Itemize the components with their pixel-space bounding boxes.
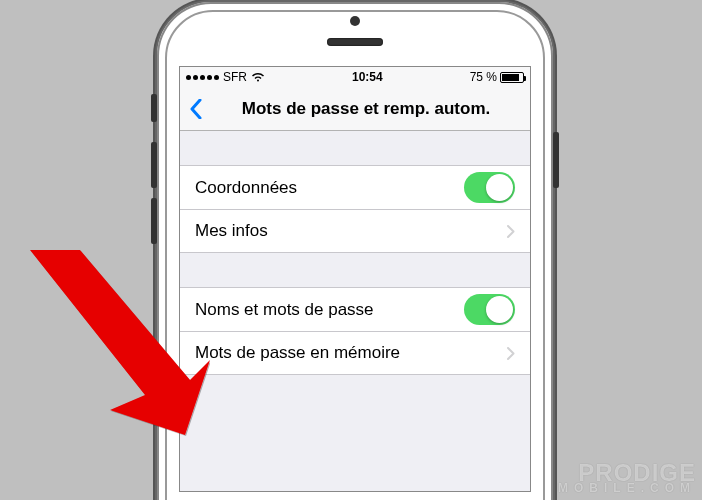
signal-strength-icon [186, 75, 219, 80]
status-bar: SFR 10:54 75 % [180, 67, 530, 87]
clock-label: 10:54 [265, 70, 470, 84]
toggle-coordonnees[interactable] [464, 172, 515, 203]
row-mes-infos[interactable]: Mes infos [180, 209, 530, 253]
row-label: Noms et mots de passe [195, 300, 464, 320]
volume-down-button [151, 198, 157, 244]
toggle-noms-mots-de-passe[interactable] [464, 294, 515, 325]
nav-title: Mots de passe et remp. autom. [212, 99, 520, 119]
power-button [553, 132, 559, 188]
battery-pct-label: 75 % [470, 70, 497, 84]
iphone-device-frame: SFR 10:54 75 % Mots de passe et remp. au… [155, 0, 555, 500]
status-right: 75 % [470, 70, 524, 84]
front-camera [350, 16, 360, 26]
group-spacer [180, 375, 530, 409]
chevron-right-icon [507, 225, 515, 238]
screen: SFR 10:54 75 % Mots de passe et remp. au… [179, 66, 531, 492]
row-label: Coordonnées [195, 178, 464, 198]
row-label: Mots de passe en mémoire [195, 343, 507, 363]
group-spacer [180, 253, 530, 287]
status-left: SFR [186, 70, 265, 84]
wifi-icon [251, 72, 265, 82]
nav-bar: Mots de passe et remp. autom. [180, 87, 530, 131]
mute-switch [151, 94, 157, 122]
earpiece-speaker [327, 38, 383, 46]
row-noms-mots-de-passe[interactable]: Noms et mots de passe [180, 287, 530, 331]
row-coordonnees[interactable]: Coordonnées [180, 165, 530, 209]
chevron-right-icon [507, 347, 515, 360]
carrier-label: SFR [223, 70, 247, 84]
watermark-line2: MOBILE.COM [558, 483, 696, 494]
volume-up-button [151, 142, 157, 188]
row-label: Mes infos [195, 221, 507, 241]
group-spacer [180, 131, 530, 165]
watermark: PRODIGE MOBILE.COM [558, 462, 696, 494]
back-icon[interactable] [190, 99, 202, 119]
battery-icon [500, 72, 524, 83]
settings-content[interactable]: Coordonnées Mes infos Noms et mots de pa… [180, 131, 530, 409]
row-mots-de-passe-en-memoire[interactable]: Mots de passe en mémoire [180, 331, 530, 375]
